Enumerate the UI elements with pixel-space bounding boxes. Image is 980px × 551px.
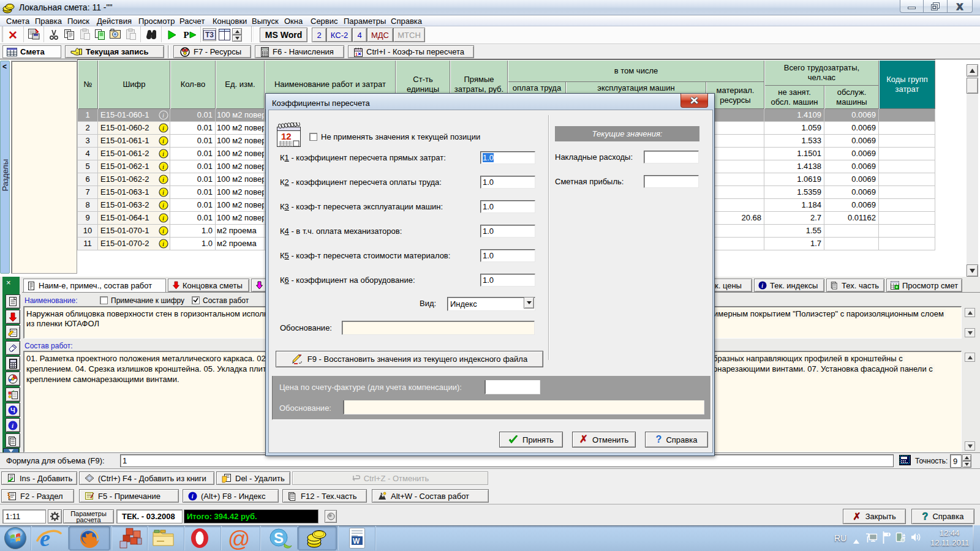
svg-text:i: i	[162, 124, 164, 132]
svg-text:i: i	[162, 150, 164, 157]
svg-text:i: i	[162, 163, 164, 170]
svg-text:12: 12	[281, 131, 292, 141]
svg-text:i: i	[162, 189, 164, 196]
svg-text:W: W	[353, 537, 360, 545]
svg-text:i: i	[162, 227, 164, 234]
svg-text:e: e	[40, 526, 50, 550]
svg-text:Ч: Ч	[10, 407, 15, 414]
svg-text:i: i	[761, 282, 763, 289]
svg-text:@: @	[228, 527, 251, 550]
svg-text:i: i	[192, 493, 194, 500]
svg-text:i: i	[162, 137, 164, 144]
svg-text:1: 1	[355, 52, 358, 56]
svg-text:S: S	[274, 530, 284, 546]
svg-text:i: i	[162, 214, 164, 222]
svg-text:i: i	[162, 240, 164, 247]
svg-text:i: i	[162, 201, 164, 209]
svg-text:i: i	[162, 111, 164, 119]
svg-text:i: i	[162, 176, 164, 183]
